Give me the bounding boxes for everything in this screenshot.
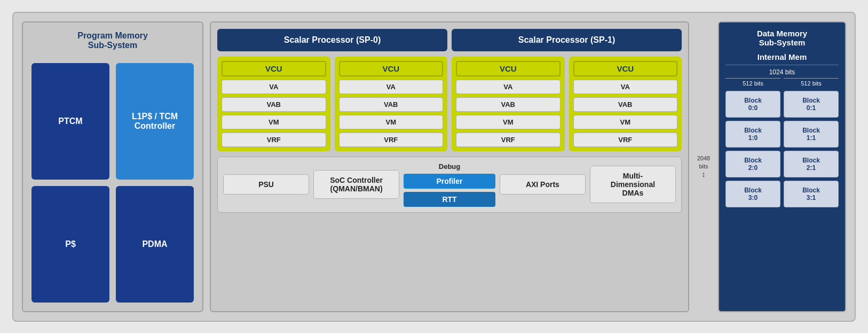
- arrow-up: ↕: [702, 170, 706, 179]
- bits-512-right-label: 512 bits: [784, 78, 839, 87]
- bits-2048-label: 2048 bits: [697, 154, 710, 170]
- l1p-block: L1P$ / TCM Controller: [116, 63, 194, 180]
- vcu3-vab: VAB: [573, 97, 678, 112]
- left-panel-title: Program Memory Sub-System: [31, 31, 194, 50]
- bits-512-left-label: 512 bits: [725, 78, 780, 87]
- dma-block: Multi- Dimensional DMAs: [590, 166, 676, 203]
- vcu2-vm: VM: [456, 115, 561, 129]
- vcu-group-3: VCU VA VAB VM VRF: [569, 57, 682, 151]
- sp1-header: Scalar Processor (SP-1): [452, 29, 682, 51]
- right-panel: Data Memory Sub-System Internal Mem 1024…: [718, 21, 846, 312]
- bottom-row: PSU SoC Controller (QMAN/BMAN) Debug Pro…: [217, 157, 682, 213]
- vcu0-vab: VAB: [222, 97, 326, 112]
- vcu1-va: VA: [339, 80, 444, 94]
- rtt-button[interactable]: RTT: [404, 192, 495, 207]
- left-grid: PTCM L1P$ / TCM Controller P$ PDMA: [31, 63, 194, 303]
- block-grid: Block 0:0 Block 0:1 Block 1:0 Block 1:1 …: [725, 91, 839, 207]
- vcu0-vrf: VRF: [222, 133, 326, 147]
- right-panel-title: Data Memory Sub-System: [757, 29, 807, 47]
- bits-2048-annotation: 2048 bits ↕: [696, 21, 712, 312]
- axi-block: AXI Ports: [500, 174, 586, 195]
- vcu1-vab: VAB: [339, 97, 444, 112]
- psu-block: PSU: [223, 174, 309, 195]
- vcu2-vrf: VRF: [456, 133, 561, 147]
- vcu0-va: VA: [222, 80, 326, 94]
- block-20: Block 2:0: [725, 151, 780, 177]
- block-21: Block 2:1: [784, 151, 839, 177]
- profiler-button[interactable]: Profiler: [404, 174, 495, 189]
- block-00: Block 0:0: [725, 91, 780, 118]
- middle-panel: Scalar Processor (SP-0) Scalar Processor…: [210, 21, 689, 312]
- main-container: Program Memory Sub-System PTCM L1P$ / TC…: [12, 12, 856, 322]
- vcu2-header: VCU: [456, 61, 561, 76]
- vcu1-header: VCU: [339, 61, 444, 76]
- vcu1-vrf: VRF: [339, 133, 444, 147]
- block-01: Block 0:1: [784, 91, 839, 118]
- block-11: Block 1:1: [784, 121, 839, 148]
- vcu-group-0: VCU VA VAB VM VRF: [217, 57, 330, 151]
- pdma-block: PDMA: [116, 186, 194, 303]
- vcu3-header: VCU: [573, 61, 678, 76]
- internal-mem-title: Internal Mem: [725, 52, 839, 65]
- vcu2-va: VA: [456, 80, 561, 94]
- vcu0-header: VCU: [222, 61, 326, 76]
- arrow-container: ↕: [702, 170, 706, 179]
- vcu0-vm: VM: [222, 115, 326, 129]
- vcu3-vm: VM: [573, 115, 678, 129]
- vcu2-vab: VAB: [456, 97, 561, 112]
- vcu3-va: VA: [573, 80, 678, 94]
- ps-block: P$: [31, 186, 109, 303]
- bits-1024-label: 1024 bits: [769, 68, 795, 76]
- soc-block: SoC Controller (QMAN/BMAN): [313, 170, 399, 199]
- vcu3-vrf: VRF: [573, 133, 678, 147]
- block-31: Block 3:1: [784, 181, 839, 207]
- ptcm-block: PTCM: [31, 63, 109, 180]
- bits-512-row: 512 bits 512 bits: [725, 78, 839, 87]
- debug-block: Debug Profiler RTT: [404, 162, 495, 207]
- block-10: Block 1:0: [725, 121, 780, 148]
- sp-row: Scalar Processor (SP-0) Scalar Processor…: [217, 29, 682, 51]
- vcu-group-2: VCU VA VAB VM VRF: [452, 57, 565, 151]
- left-panel: Program Memory Sub-System PTCM L1P$ / TC…: [22, 21, 203, 312]
- block-30: Block 3:0: [725, 181, 780, 207]
- vcu-group-1: VCU VA VAB VM VRF: [335, 57, 448, 151]
- vcu1-vm: VM: [339, 115, 444, 129]
- vcu-row: VCU VA VAB VM VRF VCU VA VAB VM VRF VCU …: [217, 57, 682, 151]
- debug-label: Debug: [439, 162, 460, 171]
- sp0-header: Scalar Processor (SP-0): [217, 29, 447, 51]
